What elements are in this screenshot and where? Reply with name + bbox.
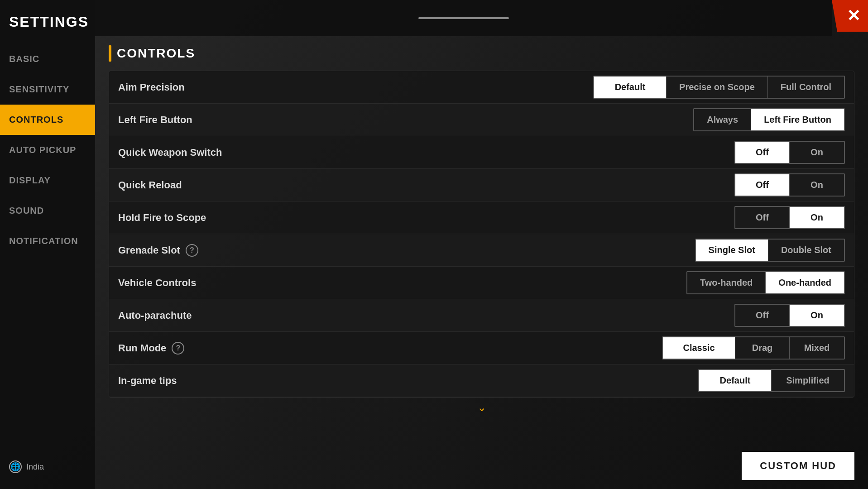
setting-row-hold-fire: Hold Fire to Scope Off On xyxy=(109,201,854,234)
sidebar-item-sound[interactable]: SOUND xyxy=(0,196,95,226)
quick-weapon-off[interactable]: Off xyxy=(735,142,790,163)
grenade-slot-help-icon[interactable]: ? xyxy=(186,244,198,257)
aim-precision-label: Aim Precision xyxy=(118,82,593,93)
section-header: CONTROLS xyxy=(109,45,854,62)
vehicle-two-handed[interactable]: Two-handed xyxy=(687,272,766,293)
left-fire-always[interactable]: Always xyxy=(694,109,751,130)
auto-parachute-on[interactable]: On xyxy=(790,305,844,326)
run-mode-options: Classic Drag Mixed xyxy=(662,336,845,360)
grenade-single[interactable]: Single Slot xyxy=(696,240,768,261)
sidebar-item-notification[interactable]: NOTIFICATION xyxy=(0,226,95,256)
setting-row-vehicle: Vehicle Controls Two-handed One-handed xyxy=(109,267,854,299)
in-game-tips-default[interactable]: Default xyxy=(699,370,772,391)
setting-row-aim-precision: Aim Precision Default Precise on Scope F… xyxy=(109,71,854,104)
hold-fire-off[interactable]: Off xyxy=(735,207,790,228)
in-game-tips-label: In-game tips xyxy=(118,375,698,387)
run-mode-drag[interactable]: Drag xyxy=(735,337,790,359)
setting-row-quick-reload: Quick Reload Off On xyxy=(109,169,854,201)
quick-reload-off[interactable]: Off xyxy=(735,174,790,196)
hold-fire-label: Hold Fire to Scope xyxy=(118,212,734,224)
setting-row-quick-weapon: Quick Weapon Switch Off On xyxy=(109,136,854,169)
run-mode-mixed[interactable]: Mixed xyxy=(790,337,844,359)
aim-precision-full[interactable]: Full Control xyxy=(768,77,844,98)
quick-weapon-options: Off On xyxy=(734,141,845,164)
setting-row-left-fire: Left Fire Button Always Left Fire Button xyxy=(109,104,854,136)
in-game-tips-simplified[interactable]: Simplified xyxy=(772,370,844,391)
setting-row-run-mode: Run Mode ? Classic Drag Mixed xyxy=(109,332,854,364)
grenade-slot-label: Grenade Slot ? xyxy=(118,244,695,257)
sidebar-item-display[interactable]: DISPLAY xyxy=(0,165,95,196)
in-game-tips-options: Default Simplified xyxy=(698,369,845,392)
quick-reload-label: Quick Reload xyxy=(118,179,734,191)
left-fire-options: Always Left Fire Button xyxy=(693,108,845,131)
sidebar-item-sensitivity[interactable]: SENSITIVITY xyxy=(0,74,95,105)
quick-reload-options: Off On xyxy=(734,173,845,197)
left-fire-label: Left Fire Button xyxy=(118,114,693,126)
section-title: CONTROLS xyxy=(117,46,195,61)
main-panel: CONTROLS Aim Precision Default Precise o… xyxy=(95,36,868,489)
region-selector[interactable]: 🌐 India xyxy=(0,454,95,480)
quick-weapon-label: Quick Weapon Switch xyxy=(118,147,734,158)
sidebar-item-auto-pickup[interactable]: AUTO PICKUP xyxy=(0,135,95,165)
run-mode-classic[interactable]: Classic xyxy=(663,337,735,359)
close-button[interactable]: ✕ xyxy=(832,0,868,32)
left-fire-button[interactable]: Left Fire Button xyxy=(751,109,844,130)
aim-precision-default[interactable]: Default xyxy=(594,77,667,98)
hold-fire-options: Off On xyxy=(734,206,845,229)
grenade-double[interactable]: Double Slot xyxy=(768,240,844,261)
aim-precision-precise[interactable]: Precise on Scope xyxy=(667,77,768,98)
settings-title: SETTINGS xyxy=(0,9,95,44)
vehicle-controls-options: Two-handed One-handed xyxy=(686,271,845,294)
run-mode-label: Run Mode ? xyxy=(118,342,662,355)
run-mode-help-icon[interactable]: ? xyxy=(172,342,184,355)
custom-hud-button[interactable]: CUSTOM HUD xyxy=(742,452,854,480)
sidebar-item-basic[interactable]: BASIC xyxy=(0,44,95,74)
vehicle-one-handed[interactable]: One-handed xyxy=(766,272,844,293)
nav-bar-indicator xyxy=(418,17,509,19)
quick-weapon-on[interactable]: On xyxy=(790,142,844,163)
settings-container: Aim Precision Default Precise on Scope F… xyxy=(109,71,854,398)
scroll-indicator: ⌄ xyxy=(109,398,854,417)
aim-precision-options: Default Precise on Scope Full Control xyxy=(593,76,845,99)
setting-row-grenade-slot: Grenade Slot ? Single Slot Double Slot xyxy=(109,234,854,267)
top-nav xyxy=(95,0,832,36)
auto-parachute-label: Auto-parachute xyxy=(118,310,734,321)
sidebar-item-controls[interactable]: CONTROLS xyxy=(0,105,95,135)
vehicle-controls-label: Vehicle Controls xyxy=(118,277,686,289)
section-accent xyxy=(109,45,111,62)
quick-reload-on[interactable]: On xyxy=(790,174,844,196)
globe-icon: 🌐 xyxy=(9,460,22,473)
setting-row-in-game-tips: In-game tips Default Simplified xyxy=(109,364,854,397)
auto-parachute-off[interactable]: Off xyxy=(735,305,790,326)
auto-parachute-options: Off On xyxy=(734,304,845,327)
sidebar: SETTINGS BASIC SENSITIVITY CONTROLS AUTO… xyxy=(0,0,95,489)
hold-fire-on[interactable]: On xyxy=(790,207,844,228)
grenade-slot-options: Single Slot Double Slot xyxy=(695,239,845,262)
setting-row-auto-parachute: Auto-parachute Off On xyxy=(109,299,854,332)
